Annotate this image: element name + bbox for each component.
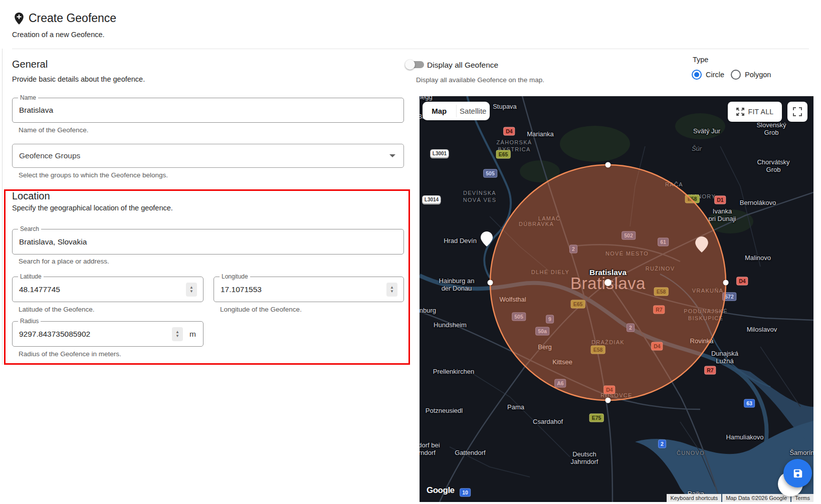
general-description: Provide basic details about the geofence… xyxy=(12,75,145,83)
latitude-helper: Latitude of the Geofence. xyxy=(19,306,95,313)
type-radio-polygon-label[interactable]: Polygon xyxy=(745,71,771,79)
radius-unit: m xyxy=(189,330,196,339)
page-title: Create Geofence xyxy=(29,12,116,25)
display-all-geofence-helper: Display all available Geofence on the ma… xyxy=(416,76,544,84)
fit-all-label: FIT ALL xyxy=(748,108,774,116)
radius-helper: Radius of the Geofence in meters. xyxy=(19,350,121,358)
latitude-stepper[interactable]: ▲▼ xyxy=(186,283,197,297)
map-canvas[interactable]: cheggStupavaVing-BahnhofSvätý JurSlovens… xyxy=(420,96,813,502)
geofence-circle-overlay[interactable] xyxy=(420,96,813,502)
create-geofence-page: Create Geofence Creation of a new Geofen… xyxy=(0,0,821,504)
radius-field-value: 9297.843735085902 xyxy=(19,330,90,339)
search-field[interactable]: Search Bratislava, Slovakia xyxy=(12,229,404,255)
search-field-label: Search xyxy=(18,226,41,232)
type-radio-polygon[interactable] xyxy=(731,70,741,80)
save-icon xyxy=(792,468,803,479)
name-helper: Name of the Geofence. xyxy=(19,126,89,134)
fit-all-button[interactable]: FIT ALL xyxy=(728,102,782,122)
general-heading: General xyxy=(12,59,48,70)
header-divider xyxy=(12,49,809,49)
card-left-edge xyxy=(2,49,3,365)
map-type-map-button[interactable]: Map xyxy=(423,102,456,120)
display-all-geofence-label: Display all Geofence xyxy=(427,61,498,70)
fullscreen-button[interactable] xyxy=(787,102,807,122)
longitude-helper: Longitude of the Geofence. xyxy=(220,306,302,313)
name-field-label: Name xyxy=(18,95,38,101)
save-button[interactable] xyxy=(783,459,812,487)
type-radio-circle-label[interactable]: Circle xyxy=(706,71,724,79)
map-data-attribution: Map Data ©2026 Google xyxy=(722,494,790,502)
map-type-control: Map Satellite xyxy=(423,102,490,120)
geofence-handle-north[interactable] xyxy=(605,162,611,168)
type-label: Type xyxy=(693,56,708,64)
page-subtitle: Creation of a new Geofence. xyxy=(12,31,105,39)
latitude-field-label: Latitude xyxy=(18,274,44,280)
latitude-field-value: 48.1477745 xyxy=(19,285,60,294)
search-field-value: Bratislava, Slovakia xyxy=(19,237,87,246)
longitude-field-value: 17.1071553 xyxy=(221,285,262,294)
type-radio-circle[interactable] xyxy=(692,70,702,80)
longitude-stepper[interactable]: ▲▼ xyxy=(386,283,397,297)
geofence-handle-west[interactable] xyxy=(488,280,493,286)
hrad-devin-pin-icon[interactable] xyxy=(481,231,493,246)
geofence-handle-south[interactable] xyxy=(605,398,611,403)
radius-field-label: Radius xyxy=(18,318,41,325)
radius-stepper[interactable]: ▲▼ xyxy=(172,327,183,341)
geofence-center-marker[interactable] xyxy=(604,279,611,286)
name-field[interactable]: Name Bratislava xyxy=(12,98,404,123)
geofence-groups-select[interactable]: Geofence Groups xyxy=(12,144,404,168)
geofence-pin-icon[interactable] xyxy=(695,236,708,253)
location-description: Specify the geographical location of the… xyxy=(12,204,173,212)
name-field-value: Bratislava xyxy=(19,106,53,115)
keyboard-shortcuts-link[interactable]: Keyboard shortcuts xyxy=(667,494,721,502)
longitude-field-label: Longitude xyxy=(220,274,250,280)
groups-helper: Select the groups to which the Geofence … xyxy=(19,171,168,179)
fit-all-expand-icon xyxy=(736,108,744,116)
geofence-groups-value: Geofence Groups xyxy=(19,151,80,160)
latitude-field[interactable]: Latitude 48.1477745 ▲▼ xyxy=(12,277,203,302)
add-location-icon xyxy=(13,12,25,25)
geofence-handle-east[interactable] xyxy=(723,280,729,286)
radius-field[interactable]: Radius 9297.843735085902 ▲▼ m xyxy=(12,321,203,347)
chevron-down-icon xyxy=(389,154,395,157)
search-helper: Search for a place or address. xyxy=(19,258,109,265)
location-heading: Location xyxy=(12,190,50,202)
fullscreen-icon xyxy=(793,107,802,116)
longitude-field[interactable]: Longitude 17.1071553 ▲▼ xyxy=(214,277,404,302)
map-type-satellite-button[interactable]: Satellite xyxy=(457,102,490,120)
display-all-geofence-toggle-thumb[interactable] xyxy=(405,60,415,70)
google-logo: Google xyxy=(427,485,455,495)
